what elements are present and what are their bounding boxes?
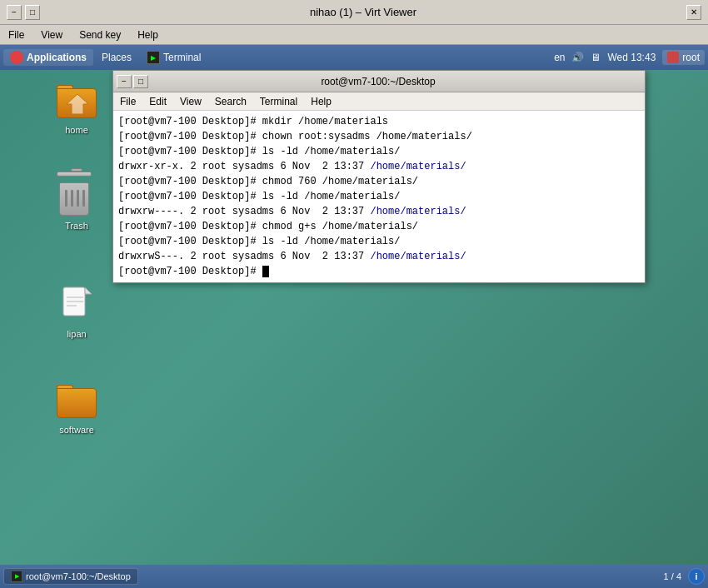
terminal-minimize-btn[interactable]: − bbox=[117, 75, 132, 88]
terminal-line-10: drwxrwS---. 2 root sysadms 6 Nov 2 13:37… bbox=[118, 249, 640, 264]
software-icon-label: software bbox=[59, 425, 94, 435]
terminal-line-4: drwxr-xr-x. 2 root sysadms 6 Nov 2 13:37… bbox=[118, 159, 640, 174]
virt-menu-view[interactable]: View bbox=[36, 27, 67, 42]
virt-menu-sendkey[interactable]: Send key bbox=[74, 27, 126, 42]
terminal-titlebar: − □ root@vm7-100:~/Desktop bbox=[113, 71, 645, 92]
terminal-link-1: /home/materials/ bbox=[370, 161, 466, 172]
virt-window-controls: − □ bbox=[7, 5, 40, 20]
terminal-body[interactable]: [root@vm7-100 Desktop]# mkdir /home/mate… bbox=[113, 111, 645, 282]
terminal-window-controls: − □ bbox=[117, 75, 148, 88]
virt-menu-help[interactable]: Help bbox=[132, 27, 163, 42]
svg-marker-2 bbox=[85, 287, 92, 294]
terminal-maximize-btn[interactable]: □ bbox=[133, 75, 148, 88]
term-menu-terminal[interactable]: Terminal bbox=[257, 94, 301, 109]
terminal-line-8: [root@vm7-100 Desktop]# chmod g+s /home/… bbox=[118, 219, 640, 234]
svg-marker-0 bbox=[67, 94, 88, 114]
bottom-right: 1 / 4 i bbox=[664, 568, 705, 585]
terminal-panel-icon: ▶ bbox=[147, 51, 160, 64]
term-menu-file[interactable]: File bbox=[117, 94, 139, 109]
display-icon: 🖥 bbox=[591, 52, 601, 63]
user-icon bbox=[667, 52, 679, 63]
info-button[interactable]: i bbox=[688, 568, 705, 585]
virt-close-btn[interactable]: ✕ bbox=[686, 5, 701, 20]
terminal-window: − □ root@vm7-100:~/Desktop File Edit Vie… bbox=[112, 70, 646, 283]
taskbar-terminal-item[interactable]: ▶ root@vm7-100:~/Desktop bbox=[3, 568, 138, 585]
audio-icon[interactable]: 🔊 bbox=[571, 52, 584, 63]
terminal-title: root@vm7-100:~/Desktop bbox=[148, 76, 608, 87]
terminal-cursor bbox=[262, 266, 269, 277]
terminal-label: Terminal bbox=[163, 52, 201, 63]
applications-label: Applications bbox=[27, 52, 87, 63]
panel-left: Applications Places ▶ Terminal bbox=[3, 49, 207, 66]
page-indicator: 1 / 4 bbox=[664, 571, 681, 581]
lipan-icon-label: lipan bbox=[67, 329, 86, 339]
terminal-line-2: [root@vm7-100 Desktop]# chown root:sysad… bbox=[118, 129, 640, 144]
terminal-launcher[interactable]: ▶ Terminal bbox=[140, 49, 207, 66]
terminal-link-3: /home/materials/ bbox=[370, 251, 466, 262]
term-menu-edit[interactable]: Edit bbox=[146, 94, 170, 109]
virt-viewer-window: − □ nihao (1) – Virt Viewer ✕ File View … bbox=[0, 0, 708, 588]
terminal-line-5: [root@vm7-100 Desktop]# chmod 760 /home/… bbox=[118, 174, 640, 189]
term-menu-help[interactable]: Help bbox=[307, 94, 335, 109]
terminal-line-1: [root@vm7-100 Desktop]# mkdir /home/mate… bbox=[118, 114, 640, 129]
terminal-prompt-line: [root@vm7-100 Desktop]# bbox=[118, 264, 640, 279]
trash-icon bbox=[57, 177, 97, 217]
home-folder-icon bbox=[57, 82, 97, 122]
gnome-top-panel: Applications Places ▶ Terminal en 🔊 🖥 We… bbox=[0, 45, 708, 70]
applications-menu[interactable]: Applications bbox=[3, 49, 93, 66]
desktop-icon-home[interactable]: home bbox=[43, 78, 110, 138]
clock: Wed 13:43 bbox=[607, 52, 656, 63]
virt-titlebar: − □ nihao (1) – Virt Viewer ✕ bbox=[0, 0, 708, 25]
places-label: Places bbox=[102, 52, 132, 63]
terminal-line-6: [root@vm7-100 Desktop]# ls -ld /home/mat… bbox=[118, 189, 640, 204]
virt-menu-file[interactable]: File bbox=[3, 27, 29, 42]
home-icon-label: home bbox=[65, 125, 88, 135]
desktop-icon-trash[interactable]: Trash bbox=[43, 174, 110, 234]
software-folder-icon bbox=[57, 381, 97, 421]
places-menu[interactable]: Places bbox=[95, 50, 138, 65]
lipan-file-icon bbox=[57, 286, 97, 326]
taskbar-terminal-icon: ▶ bbox=[11, 571, 22, 582]
virt-close-controls: ✕ bbox=[686, 5, 701, 20]
virt-maximize-btn[interactable]: □ bbox=[25, 5, 40, 20]
trash-icon-label: Trash bbox=[65, 221, 88, 231]
gnome-icon bbox=[10, 51, 23, 64]
terminal-line-3: [root@vm7-100 Desktop]# ls -ld /home/mat… bbox=[118, 144, 640, 159]
desktop: home Trash bbox=[0, 70, 708, 565]
term-menu-search[interactable]: Search bbox=[212, 94, 250, 109]
terminal-line-7: drwxrw----. 2 root sysadms 6 Nov 2 13:37… bbox=[118, 204, 640, 219]
desktop-icon-lipan[interactable]: lipan bbox=[43, 282, 110, 342]
terminal-link-2: /home/materials/ bbox=[370, 206, 466, 217]
user-menu[interactable]: root bbox=[662, 50, 705, 65]
terminal-line-9: [root@vm7-100 Desktop]# ls -ld /home/mat… bbox=[118, 234, 640, 249]
virt-minimize-btn[interactable]: − bbox=[7, 5, 22, 20]
username: root bbox=[682, 52, 700, 63]
term-menu-view[interactable]: View bbox=[177, 94, 205, 109]
terminal-menubar: File Edit View Search Terminal Help bbox=[113, 92, 645, 111]
gnome-bottom-panel: ▶ root@vm7-100:~/Desktop 1 / 4 i bbox=[0, 565, 708, 588]
panel-right: en 🔊 🖥 Wed 13:43 root bbox=[554, 50, 705, 65]
locale-indicator[interactable]: en bbox=[554, 52, 565, 63]
desktop-icon-software[interactable]: software bbox=[43, 378, 110, 438]
virt-title: nihao (1) – Virt Viewer bbox=[40, 6, 686, 18]
taskbar-terminal-label: root@vm7-100:~/Desktop bbox=[26, 571, 131, 581]
virt-menubar: File View Send key Help bbox=[0, 25, 708, 45]
